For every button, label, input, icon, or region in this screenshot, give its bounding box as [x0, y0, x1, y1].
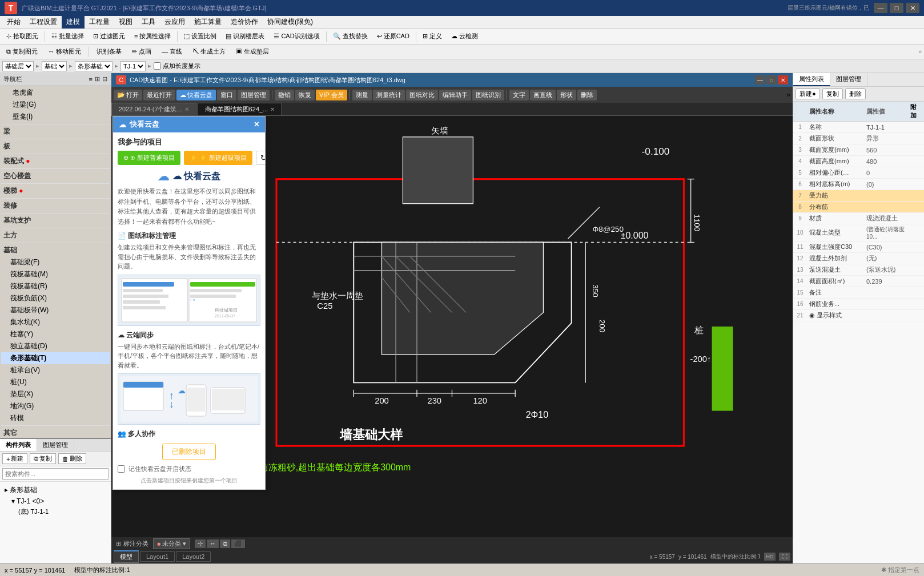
cloud-close-btn[interactable]: × — [254, 120, 259, 129]
name-select[interactable]: TJ-1 — [120, 61, 146, 71]
cad-recog-btn[interactable]: ☰ CAD识别选项 — [270, 30, 323, 43]
cad-fullscreen-btn[interactable]: ⛶ — [779, 553, 790, 561]
cad-tab-2[interactable]: 商都羊圈结构图624_... ✕ — [198, 103, 283, 115]
cad-line-btn[interactable]: 画直线 — [530, 90, 556, 100]
restore-cad-btn[interactable]: ↩ 还原CAD — [373, 30, 413, 43]
menu-start[interactable]: 开始 — [2, 16, 25, 29]
prop-val-1[interactable]: TJ-1-1 — [864, 122, 908, 133]
cad-measure-btn[interactable]: 测量 — [352, 90, 372, 100]
nav-raft-neg[interactable]: 筏板负筋(X) — [1, 292, 110, 304]
prop-val-7[interactable] — [864, 190, 908, 202]
props-new-btn[interactable]: 新建● — [796, 88, 820, 99]
inner-close-btn[interactable]: ✕ — [778, 75, 788, 84]
attr-select-btn[interactable]: ≡ 按属性选择 — [130, 30, 175, 43]
maximize-btn[interactable]: □ — [890, 3, 903, 13]
prop-val-12[interactable]: (无) — [864, 253, 908, 264]
menu-cloud-app[interactable]: 云应用 — [160, 16, 190, 29]
cad-retina-btn[interactable]: HD — [764, 553, 776, 561]
prop-val-15[interactable] — [864, 287, 908, 299]
prop-val-16[interactable] — [864, 299, 908, 310]
point-length-cb[interactable] — [154, 62, 161, 70]
comp-tj1-1[interactable]: (底) TJ-1-1 — [2, 506, 109, 517]
close-app-btn[interactable]: ✕ — [906, 3, 919, 13]
comp-tab-layers[interactable]: 图层管理 — [37, 439, 74, 451]
cad-recent-btn[interactable]: 最近打开 — [143, 90, 175, 100]
type-select[interactable]: 条形基础 — [75, 61, 113, 71]
cad-action-btn3[interactable]: ⧉ — [220, 539, 230, 548]
cad-action-btn2[interactable]: ↔ — [207, 539, 219, 548]
prop-val-9[interactable]: 现浇混凝土 — [864, 213, 908, 224]
prop-val-11[interactable]: (C30) — [864, 241, 908, 253]
nav-pile-cap[interactable]: 桩承台(V) — [1, 364, 110, 376]
prop-val-6[interactable]: (0) — [864, 179, 908, 190]
cad-recog-drawing-btn[interactable]: 图纸识别 — [472, 90, 504, 100]
define-btn[interactable]: ⊞ 定义 — [419, 30, 446, 43]
cad-measure-stat-btn[interactable]: 测量统计 — [373, 90, 405, 100]
nav-found-band[interactable]: 基础板带(W) — [1, 304, 110, 316]
nav-icon3[interactable]: ⊟ — [102, 75, 107, 83]
filter-btn[interactable]: ⊡ 过滤图元 — [89, 30, 129, 43]
point-draw-btn[interactable]: ✏ 点画 — [128, 46, 155, 58]
comp-strip-found-root[interactable]: ▸ 条形基础 — [2, 484, 109, 496]
comp-new-btn[interactable]: + 新建 — [2, 453, 27, 464]
props-tab-layers[interactable]: 图层管理 — [830, 73, 867, 86]
cad-classify-dropdown[interactable]: ■ 未分类 ▾ — [153, 538, 190, 549]
nav-cushion[interactable]: 垫层(X) — [1, 388, 110, 400]
prop-val-21[interactable] — [864, 310, 908, 321]
prop-val-14[interactable]: 0.239 — [864, 276, 908, 287]
cad-cloud-btn[interactable]: ☁ 快看云盘 — [176, 90, 216, 100]
find-replace-btn[interactable]: 🔍 查找替换 — [329, 30, 372, 43]
prop-val-2[interactable]: 异形 — [864, 133, 908, 144]
comp-search-input[interactable] — [2, 468, 109, 480]
menu-view[interactable]: 视图 — [114, 16, 137, 29]
layer-select[interactable]: 基础层 — [2, 61, 34, 71]
comp-del-btn[interactable]: 🗑 删除 — [58, 453, 86, 464]
cloud-deleted-projects-btn[interactable]: 已删除项目 — [162, 444, 216, 460]
menu-quantity[interactable]: 工程量 — [85, 16, 114, 29]
cad-open-btn[interactable]: 📂 打开 — [114, 90, 142, 100]
set-scale-btn[interactable]: ⬚ 设置比例 — [180, 30, 220, 43]
nav-lintel[interactable]: 过梁(G) — [1, 99, 110, 111]
line-draw-btn[interactable]: — 直线 — [158, 46, 186, 58]
gen-cushion-btn[interactable]: ▣ 生成垫层 — [232, 46, 273, 58]
cad-shape-btn[interactable]: 形状 — [557, 90, 576, 100]
nav-strip-found[interactable]: 条形基础(T) — [1, 352, 110, 364]
cad-model-tab[interactable]: 模型 — [114, 550, 139, 563]
cad-undo-btn[interactable]: 撤销 — [275, 90, 294, 100]
cad-action-btn4[interactable]: ⬛ — [231, 539, 245, 548]
cad-text-btn[interactable]: 文字 — [509, 90, 529, 100]
nav-sump[interactable]: 集水坑(K) — [1, 316, 110, 328]
cad-tab2-close[interactable]: ✕ — [270, 106, 275, 112]
cad-compare-btn[interactable]: 图纸对比 — [406, 90, 438, 100]
cad-layer-mgr-btn[interactable]: 图层管理 — [238, 90, 270, 100]
prop-val-13[interactable]: (泵送水泥) — [864, 264, 908, 276]
nav-iso-found[interactable]: 独立基础(D) — [1, 340, 110, 352]
cloud-remember-cb[interactable] — [118, 465, 125, 473]
cad-layout1-tab[interactable]: Layout1 — [140, 551, 175, 562]
inner-maximize-btn[interactable]: □ — [766, 75, 777, 84]
nav-grid-icon[interactable]: ⊞ — [95, 75, 100, 83]
cloud-detect-btn[interactable]: ☁ 云检测 — [447, 30, 482, 43]
recog-cad-btn2[interactable]: 识别条基 — [93, 46, 126, 58]
nav-wall-niche[interactable]: 壁龛(I) — [1, 111, 110, 123]
menu-project[interactable]: 工程设置 — [25, 16, 62, 29]
props-tab-list[interactable]: 属性列表 — [793, 73, 830, 86]
cad-action-btn1[interactable]: ⊹ — [195, 539, 206, 548]
cad-redo-btn[interactable]: 恢复 — [295, 90, 315, 100]
props-copy-btn[interactable]: 复制 — [822, 88, 843, 99]
comp-copy-btn[interactable]: ⧉ 复制 — [30, 453, 56, 464]
menu-construction[interactable]: 施工算量 — [190, 16, 226, 29]
inner-minimize-btn[interactable]: — — [755, 75, 765, 84]
pick-element-btn[interactable]: ⊹ 拾取图元 — [2, 30, 42, 43]
prop-val-8[interactable] — [864, 202, 908, 213]
menu-model[interactable]: 建模 — [62, 16, 85, 29]
cad-tab-1[interactable]: 2022.06.24-(7个建筑... ✕ — [111, 103, 196, 115]
cad-window-btn[interactable]: 窗口 — [217, 90, 236, 100]
nav-col-plug[interactable]: 柱塞(Y) — [1, 328, 110, 340]
prop-val-4[interactable]: 480 — [864, 156, 908, 167]
cad-vip-btn[interactable]: VIP 会员 — [316, 90, 347, 100]
nav-list-icon[interactable]: ≡ — [89, 76, 93, 83]
nav-pile[interactable]: 桩(U) — [1, 376, 110, 388]
batch-select-btn[interactable]: ☷ 批量选择 — [47, 30, 88, 43]
nav-old-tiger[interactable]: 老虎窗 — [1, 87, 110, 99]
